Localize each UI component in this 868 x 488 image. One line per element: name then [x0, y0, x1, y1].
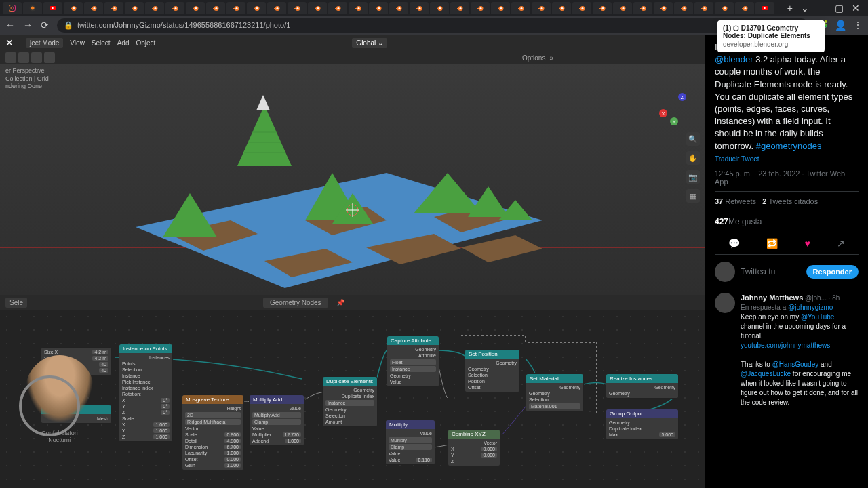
- node-multiply[interactable]: Multiply Value Multiply Clamp Value Valu…: [385, 420, 435, 465]
- menu-select[interactable]: Select: [92, 39, 111, 47]
- tab-blender[interactable]: [389, 2, 408, 14]
- tabs-chevron[interactable]: ⌄: [801, 3, 809, 14]
- retweet-icon[interactable]: 🔁: [766, 238, 778, 249]
- svg-point-72: [745, 7, 747, 9]
- tab-blender[interactable]: [267, 2, 286, 14]
- tab-blender[interactable]: [84, 2, 103, 14]
- share-icon[interactable]: ↗: [837, 238, 845, 249]
- window-max[interactable]: ▢: [835, 3, 844, 14]
- tab-blender[interactable]: [328, 2, 347, 14]
- more-icon[interactable]: ⋯: [693, 54, 700, 62]
- node-capture-attribute[interactable]: Capture Attribute Geometry Attribute Flo…: [387, 336, 439, 387]
- camera-icon[interactable]: 📷: [686, 170, 700, 184]
- node-set-position[interactable]: Set Position Geometry Geometry Selection…: [465, 349, 520, 392]
- menu-view[interactable]: View: [70, 39, 85, 47]
- tab-blender[interactable]: [471, 2, 490, 14]
- pan-icon[interactable]: ✋: [686, 151, 700, 165]
- tab-blender[interactable]: [511, 2, 530, 14]
- back-button[interactable]: ←: [5, 20, 15, 30]
- tab-blender[interactable]: [125, 2, 144, 14]
- node-duplicate-elements[interactable]: Duplicate Elements Geometry Duplicate In…: [322, 376, 378, 427]
- tab-blender[interactable]: [572, 2, 591, 14]
- tab-blender[interactable]: [206, 2, 225, 14]
- tool-icon[interactable]: [5, 52, 16, 63]
- close-overlay[interactable]: ✕: [5, 37, 14, 48]
- tab-blender[interactable]: [165, 2, 184, 14]
- tool-icon[interactable]: [31, 52, 42, 63]
- node-group-output[interactable]: Group Output Geometry Duplicate Index Ma…: [606, 409, 679, 440]
- menu-icon[interactable]: ⋮: [853, 20, 863, 30]
- node-instance-on-points[interactable]: Instance on Points Instances Points Sele…: [119, 344, 173, 442]
- lock-icon: 🔒: [64, 21, 73, 30]
- forward-button[interactable]: →: [23, 20, 33, 30]
- tab-blender[interactable]: [593, 2, 612, 14]
- svg-point-48: [500, 7, 502, 9]
- tab-blender[interactable]: [410, 2, 429, 14]
- mention-blender[interactable]: @blender: [715, 54, 753, 64]
- tab-blender[interactable]: [613, 2, 632, 14]
- nodetree-name[interactable]: Geometry Nodes: [263, 298, 328, 308]
- tab-youtube-2[interactable]: [755, 2, 774, 14]
- orientation-dropdown[interactable]: Global ⌄: [352, 38, 387, 48]
- tab-blender[interactable]: [674, 2, 693, 14]
- hashtag-geometrynodes[interactable]: #geometrynodes: [756, 141, 822, 151]
- tab-blender[interactable]: [552, 2, 571, 14]
- tab-blender[interactable]: [288, 2, 307, 14]
- url-field[interactable]: 🔒 twitter.com/JohnnyGizmo/status/1496556…: [57, 18, 808, 33]
- viewport-3d[interactable]: er Perspective Collection | Grid ndering…: [0, 64, 705, 295]
- svg-point-58: [602, 7, 604, 9]
- tab-youtube[interactable]: [43, 2, 62, 14]
- tab-blender[interactable]: [64, 2, 83, 14]
- tab-blender[interactable]: [430, 2, 449, 14]
- tab-blender[interactable]: [247, 2, 266, 14]
- tool-icon[interactable]: [44, 52, 55, 63]
- mode-dropdown[interactable]: ject Mode: [26, 38, 63, 48]
- tab-blender[interactable]: [491, 2, 510, 14]
- translate-link[interactable]: Traducir Tweet: [715, 155, 859, 163]
- window-min[interactable]: —: [817, 3, 827, 14]
- svg-marker-82: [256, 95, 270, 110]
- tab-blender[interactable]: [450, 2, 469, 14]
- navigation-gizmo[interactable]: ZXY: [659, 92, 696, 128]
- options-button[interactable]: Options: [522, 54, 545, 62]
- menu-object[interactable]: Object: [136, 39, 155, 47]
- menu-add[interactable]: Add: [117, 39, 130, 47]
- tab-blender[interactable]: [715, 2, 734, 14]
- tab-blender[interactable]: [654, 2, 673, 14]
- tab-instagram[interactable]: [3, 2, 22, 14]
- svg-point-14: [155, 7, 157, 9]
- tab-stackoverflow[interactable]: [23, 2, 42, 14]
- tab-blender[interactable]: [308, 2, 327, 14]
- zoom-icon[interactable]: 🔍: [686, 132, 700, 146]
- node-realize-instances[interactable]: Realize Instances Geometry Geometry: [606, 373, 679, 399]
- tab-blender[interactable]: [735, 2, 754, 14]
- svg-point-32: [338, 7, 340, 9]
- node-multiply-add[interactable]: Multiply Add Value Multiply Add Clamp Va…: [249, 394, 304, 446]
- svg-point-6: [73, 7, 75, 9]
- reply-icon[interactable]: 💬: [728, 238, 740, 249]
- expand-icon[interactable]: »: [549, 54, 553, 62]
- reply-button[interactable]: Responder: [806, 265, 859, 279]
- profile-icon[interactable]: 👤: [835, 20, 846, 30]
- tool-icon[interactable]: [18, 52, 29, 63]
- reply-input[interactable]: Twittea tu: [741, 267, 801, 277]
- tab-blender[interactable]: [532, 2, 551, 14]
- tab-blender[interactable]: [349, 2, 368, 14]
- node-set-material[interactable]: Set Material Geometry Geometry Selection…: [526, 373, 584, 412]
- like-icon[interactable]: ♥: [805, 238, 810, 249]
- tab-blender[interactable]: [145, 2, 164, 14]
- window-close[interactable]: ✕: [852, 3, 860, 14]
- reply-tweet[interactable]: Johnny Matthews @joh... · 8h En respuest…: [715, 293, 859, 407]
- tab-blender[interactable]: [369, 2, 388, 14]
- tab-blender[interactable]: [186, 2, 205, 14]
- tab-blender[interactable]: [633, 2, 652, 14]
- tab-blender[interactable]: [694, 2, 713, 14]
- svg-point-20: [216, 7, 218, 9]
- reload-button[interactable]: ⟳: [41, 20, 49, 30]
- new-tab-button[interactable]: +: [787, 3, 793, 14]
- tab-blender[interactable]: [104, 2, 123, 14]
- ortho-icon[interactable]: ▦: [686, 189, 700, 203]
- node-musgrave[interactable]: Musgrave Texture Height 2D Ridged Multif…: [182, 394, 244, 470]
- tab-blender[interactable]: [226, 2, 245, 14]
- node-combine-xyz[interactable]: Combine XYZ Vector X0.000 Y0.000 Z: [448, 429, 500, 466]
